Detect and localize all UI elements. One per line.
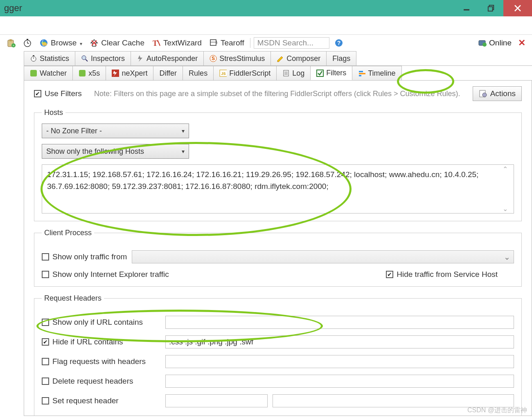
svg-point-43: [482, 93, 487, 97]
tab-label: Differ: [159, 69, 177, 78]
host-mode-combo[interactable]: Show only the following Hosts ▾: [42, 144, 189, 159]
tab-filters[interactable]: Filters: [310, 66, 352, 80]
svg-rect-6: [9, 39, 12, 41]
magnifier-icon: [81, 55, 88, 62]
tab-statistics[interactable]: Statistics: [24, 51, 75, 65]
label: Set request header: [52, 396, 119, 405]
flag-requests-headers-checkbox[interactable]: Flag requests with headers: [42, 357, 160, 366]
set-header-name-input[interactable]: [165, 394, 268, 407]
pencil-icon: [277, 55, 284, 62]
process-combo[interactable]: ⌄: [132, 250, 514, 263]
clear-cache-button[interactable]: Clear Cache: [87, 38, 147, 48]
checkbox-icon: [316, 70, 324, 77]
textwizard-button[interactable]: T TextWizard: [149, 38, 204, 48]
lightning-icon: [137, 55, 144, 62]
use-filters-checkbox[interactable]: Use Filters: [34, 89, 82, 98]
svg-rect-38: [317, 70, 323, 76]
delete-request-headers-checkbox[interactable]: Delete request headers: [42, 377, 160, 386]
scrollbar[interactable]: ⌃⌄: [503, 165, 513, 213]
label: Show only traffic from: [52, 252, 127, 261]
browse-button[interactable]: Browse: [37, 38, 85, 48]
restore-button[interactable]: [479, 0, 503, 16]
stopwatch-icon[interactable]: [20, 38, 34, 48]
tab-flags[interactable]: Flags: [326, 51, 356, 65]
use-filters-label: Use Filters: [45, 89, 82, 98]
hide-if-url-contains-checkbox[interactable]: Hide if URL contains: [42, 337, 160, 346]
close-x-icon[interactable]: ✕: [518, 38, 525, 48]
checkbox-icon: [42, 253, 49, 261]
tab-x5s[interactable]: x5s: [72, 66, 106, 80]
set-request-header-checkbox[interactable]: Set request header: [42, 396, 160, 405]
svg-text:+: +: [13, 44, 15, 47]
js-icon: JS: [219, 70, 227, 77]
green-chip-icon: [79, 70, 86, 77]
textwizard-label: TextWizard: [163, 38, 202, 47]
tearoff-button[interactable]: Tearoff: [207, 38, 247, 48]
tab-composer[interactable]: Composer: [271, 51, 327, 65]
checkmark-icon: [42, 338, 49, 346]
zone-filter-combo[interactable]: - No Zone Filter - ▾: [42, 124, 189, 138]
checkbox-icon: [42, 358, 49, 365]
tab-inspectors[interactable]: Inspectors: [75, 51, 131, 65]
checkmark-icon: [34, 90, 41, 97]
svg-text:JS: JS: [221, 72, 226, 76]
tab-fiddlerscript[interactable]: JS FiddlerScript: [213, 66, 277, 80]
tab-row-2: Watcher x5s neXpert Differ Rules JS Fidd…: [24, 66, 532, 81]
host-list-textarea[interactable]: 172.31.1.15; 192.168.57.61; 172.16.16.24…: [42, 164, 514, 213]
tab-label: Inspectors: [91, 54, 125, 63]
show-only-url-contains-checkbox[interactable]: Show only if URL contains: [42, 318, 160, 327]
titlebar: gger: [0, 0, 532, 16]
online-label: Online: [489, 38, 512, 47]
tab-label: FiddlerScript: [229, 69, 271, 78]
label: Hide if URL contains: [52, 337, 123, 346]
main-toolbar: + Browse Clear Cache T TextWizard Tearof…: [0, 34, 532, 51]
tab-label: StresStimulus: [219, 54, 265, 63]
tab-differ[interactable]: Differ: [153, 66, 183, 80]
tab-stresstimulus[interactable]: S StresStimulus: [203, 51, 271, 65]
online-status[interactable]: Online: [478, 38, 512, 47]
show-only-traffic-from-checkbox[interactable]: Show only traffic from: [42, 252, 127, 261]
label: Delete request headers: [52, 377, 133, 386]
filters-panel: Use Filters Note: Filters on this page a…: [24, 81, 532, 416]
browse-label: Browse: [51, 38, 77, 47]
tab-timeline[interactable]: Timeline: [352, 66, 401, 80]
set-header-value-input[interactable]: [273, 394, 514, 407]
request-headers-fieldset: Request Headers Show only if URL contain…: [34, 294, 522, 416]
show-only-url-input[interactable]: [165, 316, 514, 329]
minimize-button[interactable]: [454, 0, 479, 16]
msdn-search-input[interactable]: MSDN Search...: [254, 37, 329, 49]
hosts-legend: Hosts: [42, 108, 65, 117]
green-chip-icon: [30, 70, 37, 77]
tab-watcher[interactable]: Watcher: [24, 66, 73, 80]
flag-headers-input[interactable]: [165, 355, 514, 368]
tearoff-label: Tearoff: [221, 38, 244, 47]
watermark: CSDN @进击的雷神: [467, 406, 527, 415]
filters-note: Note: Filters on this page are a simple …: [90, 89, 464, 99]
tab-log[interactable]: Log: [276, 66, 311, 80]
close-button[interactable]: [503, 0, 532, 16]
svg-line-18: [158, 40, 160, 46]
hide-if-url-input[interactable]: .css .js .gif .png .jpg .swf: [165, 335, 514, 348]
actions-button[interactable]: Actions: [473, 86, 522, 101]
help-icon[interactable]: ?: [332, 38, 346, 48]
chevron-down-icon: ⌄: [504, 252, 510, 262]
tab-nexpert[interactable]: neXpert: [106, 66, 153, 80]
tab-row-1: Statistics Inspectors AutoResponder S St…: [24, 51, 532, 66]
nexpert-icon: [112, 70, 119, 77]
tab-rules[interactable]: Rules: [183, 66, 214, 80]
window-title: gger: [2, 3, 22, 13]
svg-line-28: [86, 59, 88, 61]
delete-headers-input[interactable]: [165, 375, 514, 388]
window-controls: [454, 0, 532, 16]
hide-service-host-checkbox[interactable]: Hide traffic from Service Host: [386, 270, 498, 279]
log-icon: [282, 70, 290, 77]
checkbox-icon: [42, 397, 49, 405]
tab-label: Flags: [332, 54, 350, 63]
show-only-ie-checkbox[interactable]: Show only Internet Explorer traffic: [42, 270, 169, 279]
tab-label: Watcher: [40, 69, 67, 78]
tab-autoresponder[interactable]: AutoResponder: [131, 51, 204, 65]
clipboard-icon[interactable]: +: [4, 38, 18, 48]
svg-point-23: [482, 43, 487, 47]
svg-rect-12: [27, 39, 28, 40]
svg-text:S: S: [212, 56, 215, 61]
